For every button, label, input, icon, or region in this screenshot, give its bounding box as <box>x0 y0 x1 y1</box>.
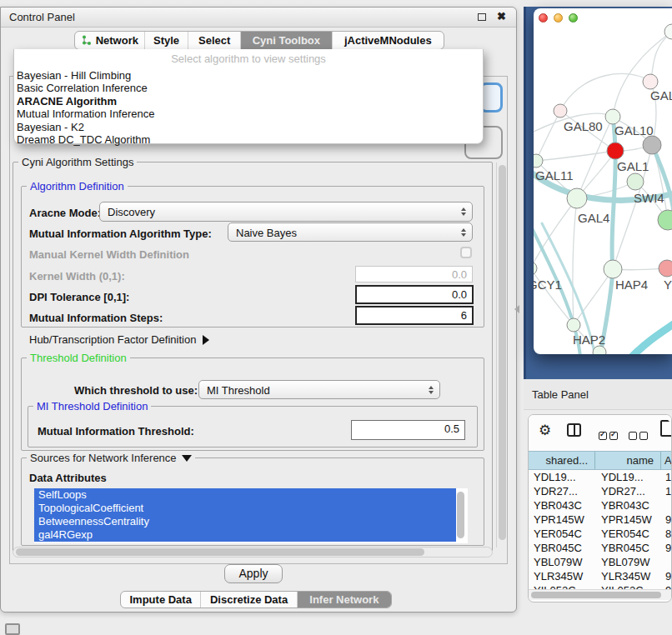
tab-jactivemnodules[interactable]: jActiveMNodules <box>333 32 444 49</box>
dropdown-items: Bayesian - Hill ClimbingBasic Correlatio… <box>14 69 483 146</box>
data-attributes-label: Data Attributes <box>29 472 107 484</box>
svg-text:SWI4: SWI4 <box>634 191 664 205</box>
svg-text:GAL4: GAL4 <box>578 211 609 225</box>
mi-algorithm-type-select[interactable]: Naive Bayes <box>228 222 473 242</box>
dropdown-item[interactable]: Bayesian - K2 <box>14 121 483 133</box>
tab-cyni-toolbox[interactable]: Cyni Toolbox <box>241 32 333 49</box>
table-row[interactable]: YER054C YER054C 8. <box>529 527 672 541</box>
table-row[interactable]: YBR045C YBR045C 9. <box>529 541 672 555</box>
mi-algorithm-type-label: Mutual Information Algorithm Type: <box>29 228 212 240</box>
titlebar: Control Panel ✖ <box>1 8 516 28</box>
aracne-mode-label: Aracne Mode: <box>29 207 101 219</box>
apply-button[interactable]: Apply <box>224 564 283 583</box>
svg-text:GAL: GAL <box>650 88 672 102</box>
settings-vertical-scrollbar[interactable] <box>496 162 507 548</box>
list-item[interactable]: BetweennessCentrality <box>34 515 456 528</box>
chevron-right-icon <box>203 335 209 345</box>
dropdown-item[interactable]: Dream8 DC_TDC Algorithm <box>14 133 483 146</box>
dpi-tolerance-input[interactable]: 0.0 <box>355 285 474 304</box>
mi-steps-label: Mutual Information Steps: <box>29 312 163 324</box>
minimized-panel-icon[interactable] <box>5 623 20 635</box>
network-svg[interactable]: GAL80GALGAL10GAL1SWI4GAL11GAL4GCY1HAP4YH… <box>534 8 672 354</box>
mac-zoom-button[interactable] <box>569 13 578 22</box>
sources-collapse-toggle[interactable]: Sources for Network Inference <box>27 452 195 464</box>
table-row[interactable]: YDL19... YDL19... 13 <box>529 470 672 484</box>
dropdown-item[interactable]: Bayesian - Hill Climbing <box>14 69 483 82</box>
svg-text:Y: Y <box>664 278 672 292</box>
tab-infer-network[interactable]: Infer Network <box>298 592 391 608</box>
dropdown-prompt: Select algorithm to view settings <box>14 49 483 69</box>
table-panel-title: Table Panel <box>532 388 589 401</box>
svg-text:HAP4: HAP4 <box>615 278 648 292</box>
splitter-arrow-icon[interactable] <box>514 305 519 313</box>
table-row[interactable]: YPR145W YPR145W 9. <box>529 512 672 527</box>
window-title: Control Panel <box>9 11 75 23</box>
table-window: ⚙ shared... name A YDL19... YDL19... 13 … <box>528 414 672 602</box>
svg-text:GCY1: GCY1 <box>534 278 562 292</box>
gear-icon[interactable]: ⚙ <box>539 422 551 439</box>
stepper-arrows-icon <box>429 386 434 394</box>
table-header-row: shared... name A <box>529 451 672 470</box>
dropdown-item[interactable]: ARACNE Algorithm <box>14 95 483 108</box>
column-header-name[interactable]: name <box>595 452 661 469</box>
mi-steps-input[interactable]: 6 <box>355 306 474 325</box>
tab-network[interactable]: Network <box>75 32 145 49</box>
algorithm-dropdown: Select algorithm to view settings Bayesi… <box>13 49 484 144</box>
list-item[interactable]: TopologicalCoefficient <box>34 502 456 515</box>
table-body: YDL19... YDL19... 13 YDR27... YDR27... 1… <box>529 470 672 598</box>
manual-kernel-label: Manual Kernel Width Definition <box>29 248 189 261</box>
network-window: GAL80GALGAL10GAL1SWI4GAL11GAL4GCY1HAP4YH… <box>534 8 672 354</box>
data-attributes-list: SelfLoopsTopologicalCoefficientBetweenne… <box>34 488 468 543</box>
group-title: Threshold Definition <box>27 352 130 364</box>
column-header-shared-name[interactable]: shared... <box>529 452 595 469</box>
table-row[interactable]: YLR345W YLR345W 9. <box>529 569 672 583</box>
float-window-icon[interactable] <box>478 13 486 21</box>
chevron-down-icon <box>182 455 192 462</box>
tab-discretize-data[interactable]: Discretize Data <box>201 592 297 608</box>
tab-style[interactable]: Style <box>145 32 189 49</box>
mac-minimize-button[interactable] <box>554 13 563 22</box>
column-header-partial[interactable]: A <box>661 452 672 469</box>
svg-text:HAP2: HAP2 <box>573 332 605 347</box>
dropdown-item[interactable]: Basic Correlation Inference <box>14 82 483 94</box>
table-toolbar: ⚙ <box>529 415 671 451</box>
hub-definition-expander[interactable]: Hub/Transcription Factor Definition <box>29 333 209 346</box>
svg-text:GAL1: GAL1 <box>617 159 649 173</box>
table-horizontal-scrollbar[interactable] <box>529 589 672 600</box>
svg-text:GAL80: GAL80 <box>564 119 603 133</box>
mi-threshold-label: Mutual Information Threshold: <box>38 425 194 438</box>
mac-close-button[interactable] <box>539 13 548 22</box>
deselect-all-icon[interactable] <box>629 428 650 442</box>
group-title: Algorithm Definition <box>27 180 128 192</box>
list-item[interactable]: SelfLoops <box>34 488 456 502</box>
dpi-tolerance-label: DPI Tolerance [0,1]: <box>29 291 129 303</box>
close-icon[interactable]: ✖ <box>497 10 506 22</box>
svg-text:GAL10: GAL10 <box>614 123 654 138</box>
aracne-mode-select[interactable]: Discovery <box>99 202 473 222</box>
dropdown-item[interactable]: Mutual Information Inference <box>14 108 483 120</box>
kernel-width-input[interactable]: 0.0 <box>355 266 473 282</box>
control-panel-window: Control Panel ✖ Network Style Select Cyn… <box>0 7 517 612</box>
stepper-arrows-icon <box>461 208 466 216</box>
tab-select[interactable]: Select <box>188 32 241 49</box>
columns-icon[interactable] <box>567 423 581 437</box>
tab-impute-data[interactable]: Impute Data <box>121 592 201 608</box>
stepper-arrows-icon <box>461 228 466 237</box>
document-icon[interactable] <box>660 420 672 437</box>
table-row[interactable]: YBR043C YBR043C <box>529 498 672 512</box>
group-title: Cyni Algorithm Settings <box>18 156 137 168</box>
table-row[interactable]: YDR27... YDR27... 12 <box>529 484 672 498</box>
which-threshold-label: Which threshold to use: <box>74 384 198 397</box>
bottom-tabbar: Impute Data Discretize Data Infer Networ… <box>120 591 392 608</box>
settings-horizontal-scrollbar[interactable] <box>13 547 493 558</box>
select-all-icon[interactable] <box>599 428 620 442</box>
which-threshold-select[interactable]: MI Threshold <box>198 380 440 399</box>
table-panel-header: Table Panel <box>524 379 672 410</box>
kernel-width-label: Kernel Width (0,1): <box>29 270 125 282</box>
manual-kernel-checkbox[interactable] <box>460 247 472 258</box>
top-tabbar: Network Style Select Cyni Toolbox jActiv… <box>74 31 444 50</box>
list-item[interactable]: gal4RGexp <box>34 528 456 542</box>
list-scrollbar[interactable] <box>456 490 466 542</box>
mi-threshold-input[interactable]: 0.5 <box>351 420 465 440</box>
table-row[interactable]: YBL079W YBL079W <box>529 555 672 569</box>
